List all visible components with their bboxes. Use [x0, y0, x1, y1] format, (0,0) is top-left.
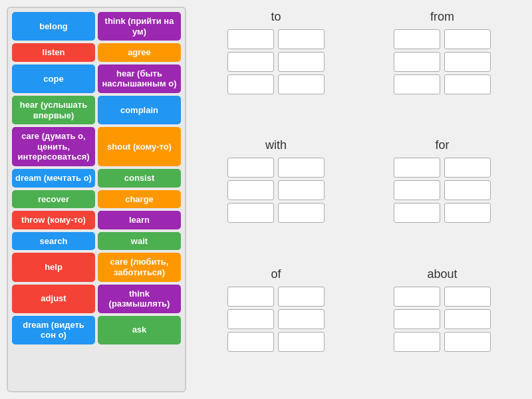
drop-row	[362, 158, 522, 178]
drop-box[interactable]	[278, 158, 325, 178]
category-about: about	[362, 267, 522, 389]
word-btn-think1[interactable]: think (прийти на ум)	[98, 12, 181, 41]
drop-box[interactable]	[394, 29, 440, 49]
drop-box[interactable]	[394, 74, 440, 94]
drop-box[interactable]	[444, 52, 491, 72]
drop-box[interactable]	[444, 74, 491, 94]
drop-row	[362, 287, 522, 307]
word-btn-search[interactable]: search	[12, 232, 95, 251]
word-btn-ask[interactable]: ask	[98, 316, 181, 344]
category-title-from: from	[362, 10, 522, 24]
drop-row	[362, 29, 522, 49]
drop-box[interactable]	[278, 29, 325, 49]
category-from: from	[362, 10, 522, 132]
word-btn-care2[interactable]: care (любить, заботиться)	[98, 253, 181, 281]
drop-box[interactable]	[227, 287, 274, 307]
drop-row	[362, 309, 522, 329]
drop-row	[196, 180, 356, 200]
drop-row	[196, 52, 356, 72]
drop-box[interactable]	[394, 203, 440, 223]
word-btn-shout[interactable]: shout (кому-то)	[98, 127, 181, 166]
drop-box[interactable]	[444, 309, 491, 329]
drop-box[interactable]	[444, 332, 491, 352]
main-container: belongthink (прийти на ум)listenagreecop…	[0, 0, 532, 399]
drop-box[interactable]	[278, 332, 325, 352]
word-btn-charge[interactable]: charge	[98, 190, 181, 209]
drop-box[interactable]	[227, 332, 274, 352]
drop-row	[362, 180, 522, 200]
word-btn-listen[interactable]: listen	[12, 43, 95, 62]
word-btn-dream1[interactable]: dream (мечтать о)	[12, 169, 95, 188]
drop-box[interactable]	[278, 180, 325, 200]
category-title-with: with	[196, 138, 356, 152]
word-btn-learn[interactable]: learn	[98, 211, 181, 229]
word-btn-help[interactable]: help	[12, 253, 95, 281]
drop-box[interactable]	[227, 309, 274, 329]
drop-box[interactable]	[278, 287, 325, 307]
word-btn-complain[interactable]: complain	[98, 96, 181, 124]
drop-row	[196, 158, 356, 178]
word-btn-consist[interactable]: consist	[98, 169, 181, 188]
drop-row	[362, 332, 522, 352]
word-btn-wait[interactable]: wait	[98, 232, 181, 251]
category-title-of: of	[196, 267, 356, 281]
drop-box[interactable]	[278, 52, 325, 72]
drop-box[interactable]	[278, 203, 325, 223]
drop-box[interactable]	[394, 287, 440, 307]
word-bank: belongthink (прийти на ум)listenagreecop…	[7, 7, 186, 392]
drop-row	[362, 203, 522, 223]
category-title-to: to	[196, 10, 356, 24]
drop-box[interactable]	[394, 52, 440, 72]
drop-box[interactable]	[444, 180, 491, 200]
drop-box[interactable]	[394, 158, 440, 178]
drop-row	[196, 29, 356, 49]
word-btn-dream2[interactable]: dream (видеть сон о)	[12, 316, 95, 344]
drop-row	[196, 203, 356, 223]
drop-box[interactable]	[227, 158, 274, 178]
drop-box[interactable]	[278, 309, 325, 329]
drop-box[interactable]	[444, 287, 491, 307]
drop-box[interactable]	[227, 74, 274, 94]
category-of: of	[196, 267, 356, 389]
word-btn-throw[interactable]: throw (кому-то)	[12, 211, 95, 229]
drop-row	[196, 287, 356, 307]
drop-box[interactable]	[394, 309, 440, 329]
drop-box[interactable]	[394, 332, 440, 352]
word-btn-agree[interactable]: agree	[98, 43, 181, 62]
drop-box[interactable]	[444, 203, 491, 223]
category-title-for: for	[362, 138, 522, 152]
word-btn-recover[interactable]: recover	[12, 190, 95, 209]
category-with: with	[196, 138, 356, 260]
drop-row	[362, 52, 522, 72]
drop-box[interactable]	[227, 52, 274, 72]
drop-box[interactable]	[278, 74, 325, 94]
drop-row	[362, 74, 522, 94]
word-btn-hear1[interactable]: hear (быть наслышанным о)	[98, 65, 181, 93]
drop-box[interactable]	[394, 180, 440, 200]
drop-box[interactable]	[444, 158, 491, 178]
word-btn-hearFirst[interactable]: hear (услышать впервые)	[12, 96, 95, 124]
drop-row	[196, 332, 356, 352]
drop-row	[196, 74, 356, 94]
word-btn-think2[interactable]: think (размышлять)	[98, 285, 181, 313]
drop-zones: tofromwithforofabout	[193, 7, 525, 392]
category-to: to	[196, 10, 356, 132]
word-btn-care1[interactable]: care (думать о, ценить, интересоваться)	[12, 127, 95, 166]
drop-box[interactable]	[227, 180, 274, 200]
category-title-about: about	[362, 267, 522, 281]
drop-box[interactable]	[227, 203, 274, 223]
word-btn-adjust[interactable]: adjust	[12, 285, 95, 313]
word-btn-cope[interactable]: cope	[12, 65, 95, 93]
word-btn-belong[interactable]: belong	[12, 12, 95, 41]
drop-box[interactable]	[444, 29, 491, 49]
drop-row	[196, 309, 356, 329]
drop-box[interactable]	[227, 29, 274, 49]
category-for: for	[362, 138, 522, 260]
